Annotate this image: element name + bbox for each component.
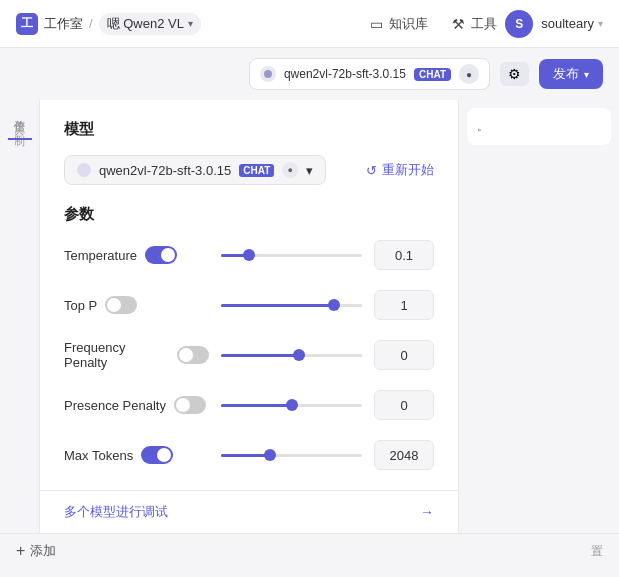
- toggle-top-p[interactable]: [105, 296, 137, 314]
- slider-track-presence-penalty: [221, 404, 362, 407]
- model-dropdown-chevron: ▾: [306, 163, 313, 178]
- params-section-title: 参数: [64, 205, 434, 224]
- param-label-presence-penalty: Presence Penalty: [64, 396, 209, 414]
- toggle-presence-penalty[interactable]: [174, 396, 206, 414]
- knowledge-nav-item[interactable]: ▭ 知识库: [370, 15, 428, 33]
- user-name[interactable]: soulteary ▾: [541, 16, 603, 31]
- slider-thumb-frequency-penalty[interactable]: [293, 349, 305, 361]
- publish-button[interactable]: 发布 ▾: [539, 59, 603, 89]
- bottom-bar: 多个模型进行调试 →: [40, 490, 458, 533]
- slider-top-p[interactable]: [221, 304, 362, 307]
- svg-point-0: [264, 70, 272, 78]
- slider-track-max-tokens: [221, 454, 362, 457]
- breadcrumb-sep: /: [89, 16, 93, 31]
- param-value-temperature: 0.1: [374, 240, 434, 270]
- tools-nav-item[interactable]: ⚒ 工具: [452, 15, 497, 33]
- bottom-arrow-icon: →: [420, 504, 434, 520]
- slider-thumb-top-p[interactable]: [328, 299, 340, 311]
- dot-button[interactable]: ●: [459, 64, 479, 84]
- toggle-knob-max-tokens: [157, 448, 171, 462]
- publish-arrow-icon: ▾: [584, 69, 589, 80]
- param-label-temperature: Temperature: [64, 246, 209, 264]
- settings-panel: 模型 qwen2vl-72b-sft-3.0.15 CHAT ● ▾ ↺ 重新开…: [40, 100, 459, 533]
- workspace-label[interactable]: 工作室: [44, 15, 83, 33]
- slider-track-frequency-penalty: [221, 354, 362, 357]
- toggle-max-tokens[interactable]: [141, 446, 173, 464]
- slider-fill-max-tokens: [221, 454, 270, 457]
- model-select-box[interactable]: qwen2vl-72b-sft-3.0.15 CHAT ● ▾: [64, 155, 326, 185]
- slider-fill-frequency-penalty: [221, 354, 299, 357]
- slider-fill-presence-penalty: [221, 404, 292, 407]
- param-value-top-p: 1: [374, 290, 434, 320]
- breadcrumb: 工作室 / 嗯 Qwen2 VL ▾: [44, 13, 201, 35]
- toggle-knob-top-p: [107, 298, 121, 312]
- model-section-title: 模型: [64, 120, 434, 139]
- add-button[interactable]: + 添加: [16, 542, 56, 560]
- slider-presence-penalty[interactable]: [221, 404, 362, 407]
- toggle-frequency-penalty[interactable]: [177, 346, 209, 364]
- param-row-top-p: Top P 1: [64, 290, 434, 320]
- plus-icon: +: [16, 542, 25, 560]
- model-selector-id: qwen2vl-72b-sft-3.0.15: [284, 67, 406, 81]
- model-select-id: qwen2vl-72b-sft-3.0.15: [99, 163, 231, 178]
- top-navigation: 工 工作室 / 嗯 Qwen2 VL ▾ ▭ 知识库 ⚒ 工具 S soulte…: [0, 0, 619, 48]
- toggle-knob-temperature: [161, 248, 175, 262]
- toggle-knob-presence-penalty: [176, 398, 190, 412]
- slider-track-temperature: [221, 254, 362, 257]
- nav-left: 工 工作室 / 嗯 Qwen2 VL ▾: [16, 13, 362, 35]
- knowledge-icon: ▭: [370, 16, 383, 32]
- refresh-button[interactable]: ↺ 重新开始: [366, 161, 434, 179]
- param-label-max-tokens: Max Tokens: [64, 446, 209, 464]
- param-value-frequency-penalty: 0: [374, 340, 434, 370]
- refresh-icon: ↺: [366, 163, 377, 178]
- chat-badge-sub: CHAT: [414, 68, 451, 81]
- param-value-presence-penalty: 0: [374, 390, 434, 420]
- logo-text: 工: [21, 15, 33, 32]
- param-row-temperature: Temperature 0.1: [64, 240, 434, 270]
- slider-frequency-penalty[interactable]: [221, 354, 362, 357]
- knowledge-label: 知识库: [389, 15, 428, 33]
- model-selector-icon: [260, 66, 276, 82]
- toggle-knob-frequency-penalty: [179, 348, 193, 362]
- tools-label: 工具: [471, 15, 497, 33]
- model-select-icon: [77, 163, 91, 177]
- param-row-max-tokens: Max Tokens 2048: [64, 440, 434, 470]
- strip-underline: [8, 138, 32, 140]
- model-select-row: qwen2vl-72b-sft-3.0.15 CHAT ● ▾ ↺ 重新开始: [64, 155, 434, 185]
- model-chat-badge: CHAT: [239, 164, 274, 177]
- tools-icon: ⚒: [452, 16, 465, 32]
- action-bar: + 添加 置: [0, 533, 619, 568]
- left-strip: 评价信 空»制: [0, 100, 40, 533]
- slider-temperature[interactable]: [221, 254, 362, 257]
- slider-thumb-max-tokens[interactable]: [264, 449, 276, 461]
- model-name-nav[interactable]: 嗯 Qwen2 VL ▾: [99, 13, 201, 35]
- main-content: 评价信 空»制 模型 qwen2vl-72b-sft-3.0.15 CHAT ●…: [0, 100, 619, 533]
- dropdown-arrow-icon: ▾: [188, 18, 193, 29]
- model-dot-icon: ●: [282, 162, 298, 178]
- model-selector[interactable]: qwen2vl-72b-sft-3.0.15 CHAT ●: [249, 58, 490, 90]
- slider-max-tokens[interactable]: [221, 454, 362, 457]
- sub-navigation: qwen2vl-72b-sft-3.0.15 CHAT ● ⚙ 发布 ▾: [0, 48, 619, 100]
- slider-track-top-p: [221, 304, 362, 307]
- param-label-top-p: Top P: [64, 296, 209, 314]
- slider-thumb-temperature[interactable]: [243, 249, 255, 261]
- param-row-frequency-penalty: Frequency Penalty 0: [64, 340, 434, 370]
- slider-thumb-presence-penalty[interactable]: [286, 399, 298, 411]
- right-panel: 。: [459, 100, 619, 533]
- slider-fill-top-p: [221, 304, 334, 307]
- user-dropdown-icon: ▾: [598, 18, 603, 29]
- logo: 工: [16, 13, 38, 35]
- settings-button[interactable]: ⚙: [500, 62, 529, 86]
- right-panel-card: 。: [467, 108, 611, 145]
- debug-multiple-models-link[interactable]: 多个模型进行调试: [64, 503, 168, 521]
- param-value-max-tokens: 2048: [374, 440, 434, 470]
- strip-text-2: 空»制: [12, 120, 27, 126]
- param-label-frequency-penalty: Frequency Penalty: [64, 340, 209, 370]
- avatar: S: [505, 10, 533, 38]
- param-row-presence-penalty: Presence Penalty 0: [64, 390, 434, 420]
- nav-center: ▭ 知识库 ⚒ 工具: [370, 15, 497, 33]
- nav-right: S soulteary ▾: [505, 10, 603, 38]
- toggle-temperature[interactable]: [145, 246, 177, 264]
- action-right-text: 置: [591, 543, 603, 560]
